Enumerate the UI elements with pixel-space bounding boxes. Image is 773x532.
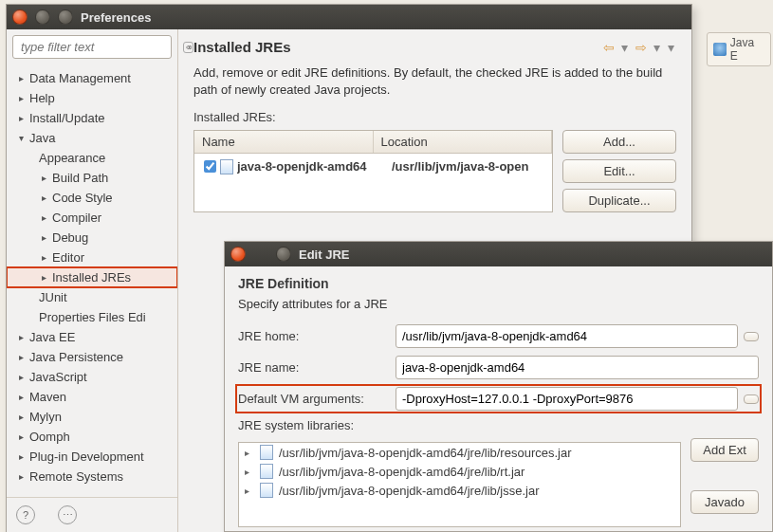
tree-item-java-ee[interactable]: ▸Java EE [7, 327, 177, 347]
table-row[interactable]: java-8-openjdk-amd64 /usr/lib/jvm/java-8… [194, 154, 552, 179]
jre-name-label: JRE name: [238, 360, 390, 375]
chevron-right-icon: ▸ [16, 332, 26, 342]
tree-item-build-path[interactable]: ▸Build Path [7, 168, 177, 188]
row-name: java-8-openjdk-amd64 [237, 159, 392, 174]
jre-table[interactable]: Name Location java-8-openjdk-amd64 /usr/… [193, 130, 553, 212]
chevron-down-icon: ▾ [16, 133, 26, 143]
chevron-right-icon: ▸ [16, 93, 26, 103]
tree-item-maven[interactable]: ▸Maven [7, 387, 177, 407]
chevron-right-icon: ▸ [39, 272, 48, 283]
minimize-icon[interactable] [35, 9, 50, 25]
libs-label: JRE system libraries: [238, 418, 759, 432]
chevron-right-icon: ▸ [245, 448, 254, 458]
jre-icon [220, 159, 233, 174]
chevron-right-icon: ▸ [16, 471, 26, 482]
jre-default-checkbox[interactable] [204, 160, 216, 173]
tree-item-properties-files[interactable]: Properties Files Edi [7, 307, 177, 327]
chevron-right-icon: ▸ [39, 193, 48, 203]
tree-item-code-style[interactable]: ▸Code Style [7, 188, 177, 208]
edit-jre-button[interactable]: Edit... [562, 159, 676, 183]
chevron-right-icon: ▸ [16, 392, 26, 402]
jar-icon [260, 464, 273, 479]
chevron-right-icon: ▸ [16, 352, 26, 362]
list-item[interactable]: ▸ /usr/lib/jvm/java-8-openjdk-amd64/jre/… [239, 481, 680, 500]
tree-item-remote-systems[interactable]: ▸Remote Systems [7, 467, 177, 486]
maximize-icon[interactable] [276, 247, 291, 262]
tree-item-help[interactable]: ▸Help [7, 88, 177, 108]
tree-item-editor[interactable]: ▸Editor [7, 248, 177, 267]
dialog-subtitle: Specify attributes for a JRE [238, 297, 759, 311]
list-item[interactable]: ▸ /usr/lib/jvm/java-8-openjdk-amd64/jre/… [239, 462, 680, 481]
chevron-right-icon: ▸ [16, 113, 26, 123]
tree-item-junit[interactable]: JUnit [7, 287, 177, 307]
java-ee-icon [713, 43, 727, 56]
filter-box[interactable]: ⌫ [12, 35, 172, 59]
system-libraries-list[interactable]: ▸ /usr/lib/jvm/java-8-openjdk-amd64/jre/… [238, 442, 681, 527]
chevron-right-icon: ▸ [39, 252, 48, 263]
perspective-java-ee[interactable]: Java E [707, 32, 771, 66]
chevron-right-icon: ▸ [245, 467, 254, 477]
chevron-right-icon: ▸ [16, 412, 26, 422]
add-jre-button[interactable]: Add... [562, 130, 676, 154]
duplicate-jre-button[interactable]: Duplicate... [562, 189, 676, 212]
tree-item-mylyn[interactable]: ▸Mylyn [7, 407, 177, 427]
chevron-right-icon: ▸ [16, 372, 26, 382]
tree-item-appearance[interactable]: Appearance [7, 148, 177, 168]
tree-item-data-management[interactable]: ▸Data Management [7, 68, 177, 88]
jre-home-input[interactable] [396, 324, 738, 348]
chevron-right-icon: ▸ [39, 173, 48, 183]
chevron-right-icon: ▸ [39, 232, 48, 243]
dialog-header: JRE Definition [238, 276, 759, 291]
page-description: Add, remove or edit JRE definitions. By … [193, 64, 676, 99]
list-item[interactable]: ▸ /usr/lib/jvm/java-8-openjdk-amd64/jre/… [239, 443, 680, 462]
tree-item-java-persistence[interactable]: ▸Java Persistence [7, 347, 177, 367]
perspective-label: Java E [730, 36, 764, 63]
edit-jre-titlebar[interactable]: Edit JRE [225, 242, 772, 266]
tree-item-installed-jres[interactable]: ▸Installed JREs [7, 267, 177, 287]
page-title: Installed JREs [193, 39, 291, 55]
add-external-button[interactable]: Add Ext [690, 438, 759, 462]
close-icon[interactable] [12, 9, 28, 25]
tree-item-install-update[interactable]: ▸Install/Update [7, 108, 177, 128]
col-location[interactable]: Location [374, 131, 553, 153]
import-export-icon[interactable]: ⋯ [58, 505, 77, 524]
filter-input[interactable] [19, 39, 183, 55]
chevron-right-icon: ▸ [16, 451, 26, 462]
nav-forward-icon[interactable]: ⇨ [635, 40, 647, 55]
help-icon[interactable]: ? [16, 505, 35, 524]
window-title: Preferences [81, 10, 151, 25]
tree-item-plugin-development[interactable]: ▸Plug-in Development [7, 447, 177, 467]
vm-args-input[interactable] [396, 387, 738, 411]
jar-icon [260, 483, 273, 498]
vm-args-label: Default VM arguments: [238, 392, 390, 406]
close-icon[interactable] [230, 247, 246, 262]
nav-back-icon[interactable]: ⇦ [603, 40, 615, 55]
variables-button[interactable] [744, 394, 759, 404]
view-menu-icon[interactable]: ▾ [668, 40, 674, 55]
tree-item-compiler[interactable]: ▸Compiler [7, 208, 177, 228]
chevron-right-icon: ▸ [245, 486, 254, 496]
chevron-right-icon: ▸ [16, 73, 26, 83]
preferences-titlebar[interactable]: Preferences [7, 5, 691, 29]
chevron-right-icon: ▸ [39, 212, 48, 223]
chevron-right-icon: ▸ [16, 431, 26, 442]
tree-item-debug[interactable]: ▸Debug [7, 228, 177, 248]
tree-item-oomph[interactable]: ▸Oomph [7, 427, 177, 447]
jar-icon [260, 445, 273, 460]
col-name[interactable]: Name [194, 131, 374, 153]
jre-name-input[interactable] [396, 356, 759, 379]
dialog-title: Edit JRE [299, 248, 349, 262]
list-label: Installed JREs: [193, 110, 676, 124]
tree-item-javascript[interactable]: ▸JavaScript [7, 367, 177, 387]
tree-item-java[interactable]: ▾Java [7, 128, 177, 148]
nav-back-menu-icon[interactable]: ▾ [621, 40, 628, 55]
preferences-tree[interactable]: ▸Data Management ▸Help ▸Install/Update ▾… [7, 64, 177, 497]
row-location: /usr/lib/jvm/java-8-open [392, 159, 546, 174]
browse-button[interactable] [744, 332, 759, 341]
nav-forward-menu-icon[interactable]: ▾ [653, 40, 660, 55]
maximize-icon[interactable] [58, 9, 73, 25]
javadoc-location-button[interactable]: Javado [690, 490, 759, 514]
jre-home-label: JRE home: [238, 329, 390, 343]
